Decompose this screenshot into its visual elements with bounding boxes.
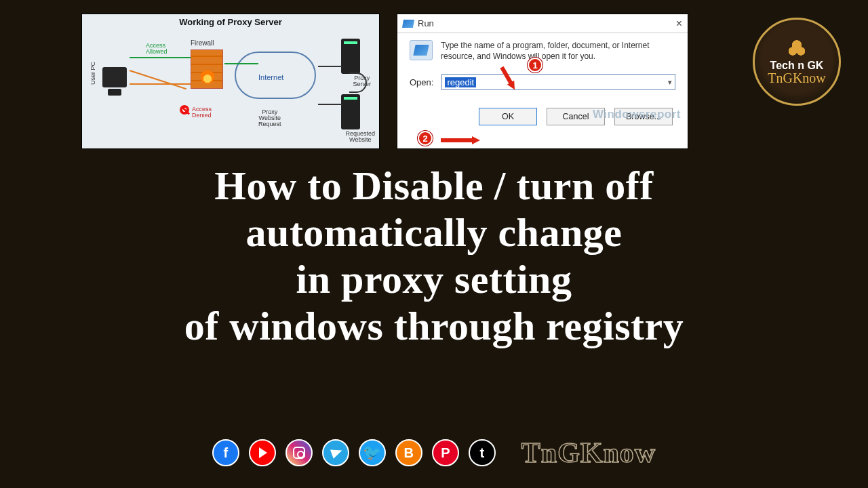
deny-icon xyxy=(180,105,189,115)
access-allowed-label: Access Allowed xyxy=(146,43,167,55)
callout-arrow-icon xyxy=(472,136,480,144)
user-pc-label: User PC xyxy=(90,62,96,85)
ok-button[interactable]: OK xyxy=(479,108,537,125)
pinterest-glyph: P xyxy=(441,445,450,461)
arrow-line xyxy=(130,70,186,89)
run-body: Type the name of a program, folder, docu… xyxy=(397,33,688,125)
telegram-icon[interactable] xyxy=(322,439,349,466)
brand-name: TnGKnow xyxy=(521,436,656,469)
facebook-icon[interactable]: f xyxy=(212,439,239,466)
title-line-2: automatically change xyxy=(0,209,868,256)
title-line-3: in proxy setting xyxy=(0,256,868,303)
bird-icon: 🐦 xyxy=(363,445,381,460)
proxy-server-icon xyxy=(341,39,360,74)
run-window-icon xyxy=(402,20,414,28)
instagram-icon[interactable] xyxy=(285,439,313,466)
arrow-line xyxy=(318,66,342,67)
top-row: Working of Proxy Server User PC Access A… xyxy=(81,14,692,149)
play-icon xyxy=(259,447,267,458)
title-line-1: How to Disable / turn off xyxy=(0,163,868,209)
proxy-diagram-panel: Working of Proxy Server User PC Access A… xyxy=(81,14,380,149)
internet-label: Internet xyxy=(258,74,283,81)
ganesh-icon xyxy=(787,38,807,58)
social-row: f 🐦 B P t TnGKnow xyxy=(0,436,868,469)
paper-plane-icon xyxy=(330,446,344,459)
callout-badge-2: 2 xyxy=(418,131,433,146)
firewall-label: Firewall xyxy=(191,40,214,47)
title-line-4: of windows through registry xyxy=(0,303,868,350)
proxy-diagram-title: Working of Proxy Server xyxy=(82,17,379,27)
twitter-icon[interactable]: 🐦 xyxy=(359,439,386,466)
channel-logo: Tech n GK TnGKnow xyxy=(753,18,841,106)
user-pc-icon xyxy=(102,67,127,87)
main-title: How to Disable / turn off automatically … xyxy=(0,163,868,350)
proxy-request-label: Proxy Website Request xyxy=(258,109,281,127)
youtube-icon[interactable] xyxy=(249,439,276,466)
blogger-icon[interactable]: B xyxy=(395,439,422,466)
run-titlebar: Run × xyxy=(397,14,688,33)
firewall-icon xyxy=(191,49,223,89)
run-dialog: Run × Type the name of a program, folder… xyxy=(397,14,688,149)
access-denied-label: Access Denied xyxy=(192,106,212,119)
open-label: Open: xyxy=(410,77,433,87)
blogger-glyph: B xyxy=(404,445,414,461)
arrow-line xyxy=(130,83,191,85)
open-input-value: regedit xyxy=(445,77,476,87)
open-input[interactable]: regedit ▾ xyxy=(441,74,675,90)
pinterest-icon[interactable]: P xyxy=(432,439,459,466)
tumblr-icon[interactable]: t xyxy=(469,439,496,466)
logo-text-2: TnGKnow xyxy=(768,70,826,86)
run-description: Type the name of a program, folder, docu… xyxy=(441,40,675,62)
loop-arrow-icon xyxy=(349,73,367,93)
watermark: Windowsreport xyxy=(593,108,681,121)
callout-badge-1: 1 xyxy=(528,58,542,73)
close-icon[interactable]: × xyxy=(676,18,682,30)
run-app-icon xyxy=(410,40,433,60)
arrow-line xyxy=(318,104,342,105)
chevron-down-icon[interactable]: ▾ xyxy=(668,78,672,87)
run-title: Run xyxy=(418,18,434,28)
tumblr-glyph: t xyxy=(479,445,484,461)
facebook-glyph: f xyxy=(223,445,228,461)
arrow-line xyxy=(224,63,258,64)
arrow-line xyxy=(130,57,191,58)
requested-website-label: Requested Website xyxy=(345,131,375,143)
requested-website-icon xyxy=(341,94,360,129)
camera-icon xyxy=(293,447,305,459)
